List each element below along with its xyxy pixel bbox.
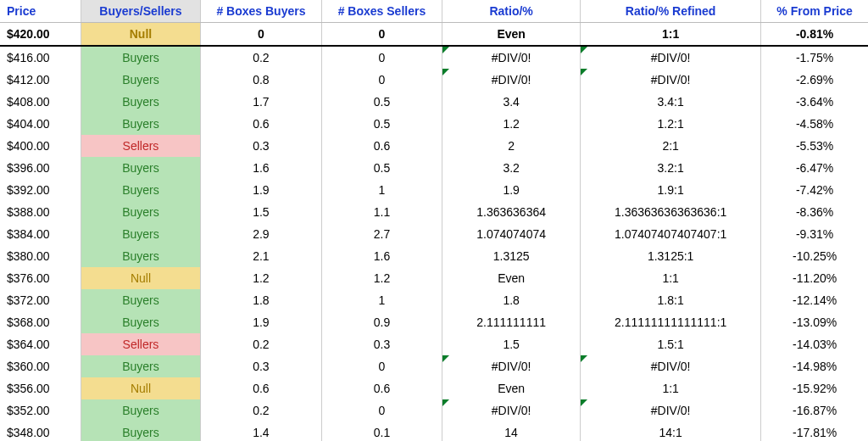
cell-ratio-refined: 2.11111111111111:1: [581, 311, 761, 333]
cell-ratio-refined: 1.8:1: [581, 289, 761, 311]
cell-pct-from-price: -14.03%: [761, 333, 868, 355]
cell-pct-from-price: -12.14%: [761, 289, 868, 311]
cell-boxes-buyers: 1.9: [201, 179, 322, 201]
cell-pct-from-price: -15.92%: [761, 377, 868, 399]
cell-buyers-sellers: Buyers: [81, 201, 200, 223]
cell-boxes-buyers: 2.1: [201, 245, 322, 267]
price-table: Price Buyers/Sellers # Boxes Buyers # Bo…: [0, 0, 868, 441]
cell-price: $400.00: [0, 135, 81, 157]
cell-buyers-sellers: Null: [81, 267, 200, 289]
header-ratio: Ratio/%: [442, 0, 581, 23]
cell-price: $372.00: [0, 289, 81, 311]
cell-buyers-sellers: Buyers: [81, 289, 200, 311]
cell-ratio-refined: 1.5:1: [581, 333, 761, 355]
cell-ratio: 1.5: [442, 333, 581, 355]
cell-pct-from-price: -8.36%: [761, 201, 868, 223]
cell-price: $388.00: [0, 201, 81, 223]
cell-buyers-sellers: Buyers: [81, 46, 200, 69]
cell-boxes-sellers: 0.1: [321, 421, 442, 441]
table-row: $376.00Null1.21.2Even1:1-11.20%: [0, 267, 868, 289]
header-buyers-sellers: Buyers/Sellers: [81, 0, 200, 23]
table-row: $372.00Buyers1.811.81.8:1-12.14%: [0, 289, 868, 311]
table-row: $356.00Null0.60.6Even1:1-15.92%: [0, 377, 868, 399]
cell-boxes-buyers: 1.6: [201, 157, 322, 179]
table-row: $416.00Buyers0.20#DIV/0!#DIV/0!-1.75%: [0, 46, 868, 69]
cell-boxes-sellers: 1.1: [321, 201, 442, 223]
cell-ratio: Even: [442, 267, 581, 289]
cell-pct-from-price: -2.69%: [761, 69, 868, 91]
cell-buyers-sellers: Buyers: [81, 421, 200, 441]
cell-pct-from-price: -13.09%: [761, 311, 868, 333]
cell-pct-from-price: -4.58%: [761, 113, 868, 135]
cell-boxes-sellers: 0: [321, 69, 442, 91]
cell-boxes-sellers: 0.5: [321, 91, 442, 113]
cell-pct-from-price: -6.47%: [761, 157, 868, 179]
cell-pct-from-price: -11.20%: [761, 267, 868, 289]
cell-ratio-refined: 2:1: [581, 135, 761, 157]
table-row: $392.00Buyers1.911.91.9:1-7.42%: [0, 179, 868, 201]
cell-buyers-sellers: Sellers: [81, 135, 200, 157]
cell-boxes-sellers: 0.9: [321, 311, 442, 333]
table-row: $408.00Buyers1.70.53.43.4:1-3.64%: [0, 91, 868, 113]
cell-boxes-buyers: 1.9: [201, 311, 322, 333]
cell-price: $368.00: [0, 311, 81, 333]
cell-boxes-sellers: 2.7: [321, 223, 442, 245]
table-row: $404.00Buyers0.60.51.21.2:1-4.58%: [0, 113, 868, 135]
cell-pct-from-price: -0.81%: [761, 23, 868, 47]
cell-ratio-refined: 1:1: [581, 267, 761, 289]
cell-pct-from-price: -10.25%: [761, 245, 868, 267]
cell-price: $420.00: [0, 23, 81, 47]
cell-ratio: 1.8: [442, 289, 581, 311]
cell-ratio-refined: 1.36363636363636:1: [581, 201, 761, 223]
cell-ratio: 3.4: [442, 91, 581, 113]
cell-boxes-buyers: 1.7: [201, 91, 322, 113]
table-row: $388.00Buyers1.51.11.3636363641.36363636…: [0, 201, 868, 223]
table-row: $352.00Buyers0.20#DIV/0!#DIV/0!-16.87%: [0, 399, 868, 421]
cell-boxes-buyers: 0.6: [201, 113, 322, 135]
cell-pct-from-price: -1.75%: [761, 46, 868, 69]
cell-price: $348.00: [0, 421, 81, 441]
cell-ratio-refined: 1:1: [581, 377, 761, 399]
cell-boxes-sellers: 1: [321, 289, 442, 311]
table-row: $384.00Buyers2.92.71.0740740741.07407407…: [0, 223, 868, 245]
cell-price: $380.00: [0, 245, 81, 267]
header-pct-from-price: % From Price: [761, 0, 868, 23]
table-row: $400.00Sellers0.30.622:1-5.53%: [0, 135, 868, 157]
cell-ratio: 2.111111111: [442, 311, 581, 333]
cell-boxes-sellers: 0: [321, 46, 442, 69]
cell-ratio-refined: 1.9:1: [581, 179, 761, 201]
cell-boxes-sellers: 1: [321, 179, 442, 201]
cell-boxes-sellers: 1.2: [321, 267, 442, 289]
cell-price: $392.00: [0, 179, 81, 201]
cell-price: $408.00: [0, 91, 81, 113]
cell-boxes-buyers: 0.3: [201, 355, 322, 377]
table-row: $348.00Buyers1.40.11414:1-17.81%: [0, 421, 868, 441]
cell-buyers-sellers: Buyers: [81, 91, 200, 113]
cell-price: $376.00: [0, 267, 81, 289]
cell-ratio-refined: #DIV/0!: [581, 69, 761, 91]
cell-boxes-buyers: 0.2: [201, 333, 322, 355]
cell-ratio-refined: 1.3125:1: [581, 245, 761, 267]
cell-ratio: #DIV/0!: [442, 399, 581, 421]
cell-boxes-sellers: 1.6: [321, 245, 442, 267]
cell-buyers-sellers: Sellers: [81, 333, 200, 355]
cell-boxes-sellers: 0.5: [321, 113, 442, 135]
cell-boxes-buyers: 0.3: [201, 135, 322, 157]
table-row: $360.00Buyers0.30#DIV/0!#DIV/0!-14.98%: [0, 355, 868, 377]
cell-ratio: 1.074074074: [442, 223, 581, 245]
cell-price: $360.00: [0, 355, 81, 377]
cell-ratio: 2: [442, 135, 581, 157]
cell-price: $352.00: [0, 399, 81, 421]
cell-buyers-sellers: Buyers: [81, 311, 200, 333]
cell-price: $356.00: [0, 377, 81, 399]
cell-pct-from-price: -7.42%: [761, 179, 868, 201]
cell-ratio-refined: 1:1: [581, 23, 761, 47]
header-price: Price: [0, 0, 81, 23]
cell-price: $384.00: [0, 223, 81, 245]
cell-boxes-buyers: 2.9: [201, 223, 322, 245]
cell-price: $412.00: [0, 69, 81, 91]
cell-buyers-sellers: Buyers: [81, 69, 200, 91]
cell-ratio-refined: #DIV/0!: [581, 399, 761, 421]
table-row: $412.00Buyers0.80#DIV/0!#DIV/0!-2.69%: [0, 69, 868, 91]
table-row: $420.00Null00Even1:1-0.81%: [0, 23, 868, 47]
